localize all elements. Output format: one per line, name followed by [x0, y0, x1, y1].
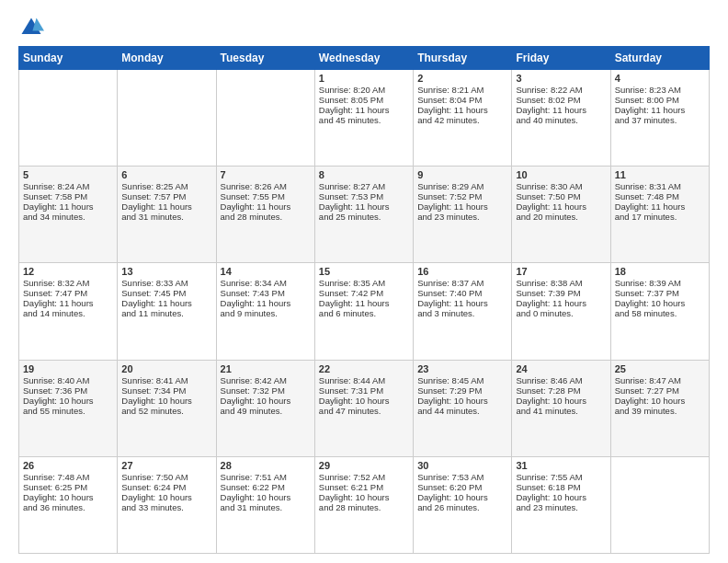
calendar-header-friday: Friday	[512, 47, 610, 70]
calendar-cell: 25Sunrise: 8:47 AMSunset: 7:27 PMDayligh…	[610, 360, 709, 456]
calendar-header-row: SundayMondayTuesdayWednesdayThursdayFrid…	[19, 47, 710, 70]
day-info: Sunset: 7:50 PM	[516, 191, 606, 201]
calendar-header-wednesday: Wednesday	[314, 47, 413, 70]
day-info: Daylight: 11 hours	[221, 201, 311, 212]
day-number: 17	[516, 266, 606, 277]
day-info: and 6 minutes.	[319, 308, 409, 318]
calendar-cell: 5Sunrise: 8:24 AMSunset: 7:58 PMDaylight…	[19, 167, 118, 263]
day-info: Sunrise: 8:39 AM	[615, 278, 705, 288]
calendar-cell: 11Sunrise: 8:31 AMSunset: 7:48 PMDayligh…	[610, 167, 709, 263]
day-info: Daylight: 10 hours	[516, 396, 606, 406]
day-info: and 52 minutes.	[121, 406, 211, 416]
day-number: 31	[516, 460, 606, 471]
day-info: and 37 minutes.	[615, 115, 705, 125]
day-info: Daylight: 10 hours	[615, 396, 705, 406]
day-info: Daylight: 11 hours	[319, 201, 409, 212]
day-info: and 0 minutes.	[516, 308, 606, 318]
calendar-cell: 18Sunrise: 8:39 AMSunset: 7:37 PMDayligh…	[610, 263, 709, 360]
day-info: Sunset: 7:27 PM	[615, 385, 705, 396]
day-info: Daylight: 10 hours	[417, 492, 507, 502]
day-info: Daylight: 11 hours	[319, 105, 409, 115]
day-info: Daylight: 11 hours	[417, 201, 507, 212]
day-info: Daylight: 10 hours	[23, 396, 113, 406]
day-info: Sunrise: 8:41 AM	[121, 375, 211, 385]
day-info: and 36 minutes.	[23, 502, 113, 512]
day-info: Sunrise: 8:46 AM	[516, 375, 606, 385]
calendar-cell: 26Sunrise: 7:48 AMSunset: 6:25 PMDayligh…	[19, 456, 118, 553]
calendar-cell: 13Sunrise: 8:33 AMSunset: 7:45 PMDayligh…	[118, 263, 216, 360]
day-info: and 17 minutes.	[615, 212, 705, 222]
day-info: and 58 minutes.	[615, 308, 705, 318]
day-info: and 33 minutes.	[121, 502, 211, 512]
calendar-cell: 16Sunrise: 8:37 AMSunset: 7:40 PMDayligh…	[414, 263, 512, 360]
day-info: Daylight: 11 hours	[23, 298, 113, 308]
calendar-week-row: 5Sunrise: 8:24 AMSunset: 7:58 PMDaylight…	[19, 167, 710, 263]
day-info: and 26 minutes.	[417, 502, 507, 512]
day-info: Sunset: 7:28 PM	[516, 385, 606, 396]
day-info: Sunset: 6:24 PM	[121, 482, 211, 492]
day-info: Sunrise: 8:45 AM	[417, 375, 507, 385]
calendar-week-row: 26Sunrise: 7:48 AMSunset: 6:25 PMDayligh…	[19, 456, 710, 553]
day-info: Sunset: 6:25 PM	[23, 482, 113, 492]
day-info: and 31 minutes.	[121, 212, 211, 222]
day-info: Daylight: 11 hours	[615, 105, 705, 115]
day-info: Daylight: 10 hours	[121, 492, 211, 502]
day-info: Daylight: 11 hours	[319, 298, 409, 308]
day-info: and 3 minutes.	[417, 308, 507, 318]
calendar-cell: 24Sunrise: 8:46 AMSunset: 7:28 PMDayligh…	[512, 360, 610, 456]
day-info: Sunrise: 8:22 AM	[516, 85, 606, 95]
day-number: 8	[319, 169, 409, 180]
day-info: Sunrise: 8:25 AM	[121, 181, 211, 191]
day-number: 10	[516, 169, 606, 180]
calendar-cell: 31Sunrise: 7:55 AMSunset: 6:18 PMDayligh…	[512, 456, 610, 553]
calendar-cell: 14Sunrise: 8:34 AMSunset: 7:43 PMDayligh…	[216, 263, 314, 360]
day-number: 15	[319, 266, 409, 277]
calendar-cell: 30Sunrise: 7:53 AMSunset: 6:20 PMDayligh…	[414, 456, 512, 553]
calendar-header-sunday: Sunday	[19, 47, 118, 70]
day-info: Sunset: 6:18 PM	[516, 482, 606, 492]
day-info: and 25 minutes.	[319, 212, 409, 222]
day-info: Sunrise: 8:21 AM	[417, 85, 507, 95]
day-number: 29	[319, 460, 409, 471]
day-info: Sunset: 7:29 PM	[417, 385, 507, 396]
day-info: and 55 minutes.	[23, 406, 113, 416]
day-info: Sunset: 8:00 PM	[615, 95, 705, 105]
day-info: Sunrise: 8:23 AM	[615, 85, 705, 95]
day-info: Daylight: 10 hours	[417, 396, 507, 406]
calendar-cell: 28Sunrise: 7:51 AMSunset: 6:22 PMDayligh…	[216, 456, 314, 553]
calendar-week-row: 12Sunrise: 8:32 AMSunset: 7:47 PMDayligh…	[19, 263, 710, 360]
day-info: Sunset: 6:22 PM	[221, 482, 311, 492]
day-info: Daylight: 11 hours	[121, 298, 211, 308]
day-info: Daylight: 11 hours	[516, 298, 606, 308]
day-info: Sunset: 6:21 PM	[319, 482, 409, 492]
day-info: Daylight: 11 hours	[615, 201, 705, 212]
day-info: Sunrise: 8:20 AM	[319, 85, 409, 95]
day-info: Daylight: 11 hours	[23, 201, 113, 212]
day-number: 18	[615, 266, 705, 277]
day-info: Sunrise: 8:40 AM	[23, 375, 113, 385]
day-info: Sunset: 7:57 PM	[121, 191, 211, 201]
calendar-cell: 6Sunrise: 8:25 AMSunset: 7:57 PMDaylight…	[118, 167, 216, 263]
day-info: Sunrise: 7:50 AM	[121, 472, 211, 482]
day-info: Daylight: 10 hours	[319, 492, 409, 502]
calendar-cell: 3Sunrise: 8:22 AMSunset: 8:02 PMDaylight…	[512, 70, 610, 167]
day-info: Sunrise: 8:24 AM	[23, 181, 113, 191]
calendar-week-row: 19Sunrise: 8:40 AMSunset: 7:36 PMDayligh…	[19, 360, 710, 456]
day-info: and 41 minutes.	[516, 406, 606, 416]
day-info: Sunset: 8:05 PM	[319, 95, 409, 105]
day-number: 16	[417, 266, 507, 277]
day-number: 28	[221, 460, 311, 471]
day-info: Sunset: 7:42 PM	[319, 288, 409, 298]
day-number: 9	[417, 169, 507, 180]
calendar-cell	[216, 70, 314, 167]
day-number: 25	[615, 363, 705, 374]
calendar-week-row: 1Sunrise: 8:20 AMSunset: 8:05 PMDaylight…	[19, 70, 710, 167]
calendar-cell: 20Sunrise: 8:41 AMSunset: 7:34 PMDayligh…	[118, 360, 216, 456]
day-info: and 20 minutes.	[516, 212, 606, 222]
day-number: 22	[319, 363, 409, 374]
day-number: 6	[121, 169, 211, 180]
day-info: and 49 minutes.	[221, 406, 311, 416]
day-info: Sunset: 7:39 PM	[516, 288, 606, 298]
day-info: Sunset: 7:34 PM	[121, 385, 211, 396]
day-number: 12	[23, 266, 113, 277]
